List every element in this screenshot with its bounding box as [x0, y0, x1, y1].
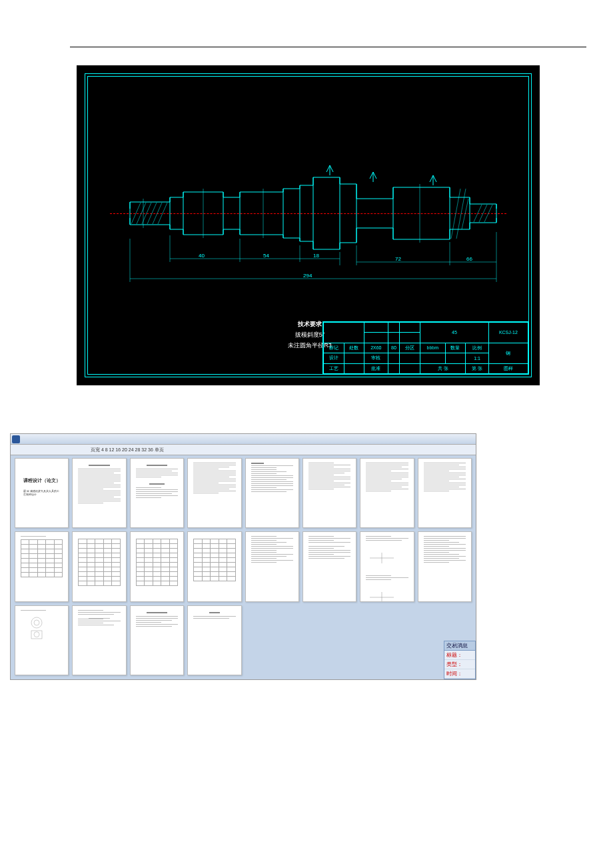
svg-point-49 [34, 620, 39, 625]
panel-label-type: 类型： [446, 661, 462, 668]
svg-line-15 [137, 203, 146, 224]
svg-line-17 [147, 203, 157, 224]
svg-line-23 [474, 205, 482, 222]
dim-len2: 54 [263, 253, 269, 259]
dim-len3: 18 [313, 253, 319, 259]
tb-partno: KCSJ-12 [488, 323, 528, 343]
mini-table [21, 539, 63, 577]
doc-page-5[interactable] [245, 458, 299, 528]
panel-header: 交易消息 [444, 641, 475, 651]
dim-len5: 66 [466, 256, 472, 262]
svg-line-24 [479, 205, 487, 222]
svg-line-18 [153, 203, 162, 224]
message-panel[interactable]: 交易消息 标题： 类型： 时间： [444, 641, 476, 679]
word-icon [12, 435, 20, 443]
cad-drawing: 294 40 54 18 72 66 技术要求 拔模斜度5° 未注圆角半径R3 … [77, 65, 540, 385]
doc-page-3[interactable] [130, 458, 184, 528]
svg-line-22 [462, 199, 468, 229]
doc-page-9[interactable] [15, 531, 69, 601]
doc-page-cover[interactable]: 课程设计（论文） 题 目 减速机拨叉及其夹具的工艺规程设计 [15, 458, 69, 528]
doc-page-16[interactable] [418, 531, 472, 601]
doc-page-15[interactable] [360, 531, 414, 601]
cover-title: 课程设计（论文） [21, 477, 63, 484]
zoom-controls[interactable]: 页宽 4 8 12 16 20 24 28 32 36 单页 [91, 447, 164, 452]
doc-page-2[interactable] [72, 458, 126, 528]
formula-diagram [368, 584, 395, 601]
doc-page-11[interactable] [130, 531, 184, 601]
doc-page-18[interactable] [72, 605, 126, 675]
empty-slot [245, 605, 299, 675]
word-zoom-toolbar[interactable]: 页宽 4 8 12 16 20 24 28 32 36 单页 [11, 445, 476, 455]
doc-page-6[interactable] [303, 458, 356, 528]
dim-overall: 294 [303, 273, 312, 279]
panel-label-time: 时间： [446, 670, 462, 677]
word-titlebar [11, 434, 476, 445]
mini-table [193, 539, 235, 581]
doc-page-13[interactable] [245, 531, 299, 601]
title-block: 45 KCSJ-12 标记 处数 2X60 80 分区 bbbm数量比例 钢 设… [322, 321, 529, 375]
word-page-grid: 课程设计（论文） 题 目 减速机拨叉及其夹具的工艺规程设计 [13, 457, 473, 677]
empty-slot [360, 605, 414, 675]
part-sketch [23, 615, 50, 641]
cover-subtitle: 题 目 减速机拨叉及其夹具的工艺规程设计 [21, 489, 63, 496]
svg-line-21 [456, 189, 466, 239]
doc-page-7[interactable] [360, 458, 414, 528]
doc-page-20[interactable] [187, 605, 241, 675]
mini-table [136, 539, 178, 586]
dim-len4: 72 [395, 256, 401, 262]
doc-page-8[interactable] [418, 458, 472, 528]
svg-point-51 [34, 631, 39, 637]
mini-table [78, 539, 120, 586]
svg-line-20 [451, 189, 460, 239]
panel-label-title: 标题： [446, 651, 462, 659]
tb-material: 45 [420, 323, 488, 343]
svg-line-25 [484, 205, 492, 222]
doc-page-4[interactable] [187, 458, 241, 528]
doc-page-12[interactable] [187, 531, 241, 601]
svg-line-14 [131, 203, 141, 224]
formula-diagram [368, 545, 395, 571]
svg-line-19 [158, 203, 167, 224]
empty-slot [303, 605, 356, 675]
doc-page-17[interactable] [15, 605, 69, 675]
word-app-window: 页宽 4 8 12 16 20 24 28 32 36 单页 课程设计（论文） … [10, 433, 476, 680]
dim-len1: 40 [199, 253, 205, 259]
doc-page-10[interactable] [72, 531, 126, 601]
svg-point-48 [31, 617, 42, 628]
doc-page-19[interactable] [130, 605, 184, 675]
doc-page-14[interactable] [303, 531, 356, 601]
